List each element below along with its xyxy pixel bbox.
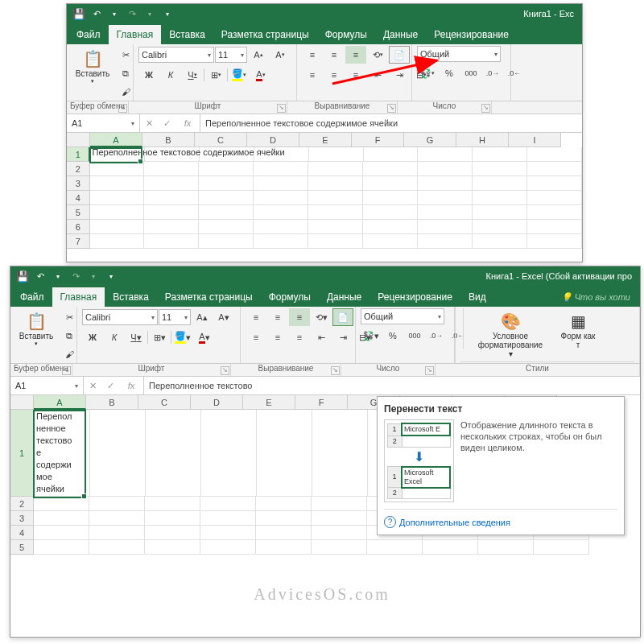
align-bottom-icon[interactable]: ≡ [345, 46, 366, 64]
cell[interactable] [363, 162, 418, 176]
cell[interactable] [363, 220, 418, 234]
undo-icon[interactable]: ↶ [89, 6, 104, 21]
cell[interactable] [312, 497, 367, 511]
cell[interactable] [257, 410, 312, 497]
italic-button[interactable]: К [104, 328, 125, 346]
cell[interactable] [473, 234, 527, 249]
row-header[interactable]: 1 [10, 410, 35, 497]
increase-decimal-icon[interactable]: .0→ [426, 327, 447, 345]
cell[interactable] [312, 410, 368, 497]
italic-button[interactable]: К [160, 66, 181, 84]
save-icon[interactable]: 💾 [15, 269, 30, 283]
cell[interactable] [254, 162, 308, 176]
cell[interactable] [418, 220, 473, 234]
tab-insert[interactable]: Вставка [105, 287, 157, 307]
format-as-table-button[interactable]: ▦Форм как т [555, 308, 601, 352]
currency-icon[interactable]: 💱▾ [361, 327, 382, 345]
cell[interactable] [199, 205, 254, 220]
cell[interactable] [144, 176, 199, 191]
cell[interactable] [34, 497, 89, 511]
col-header[interactable]: B [142, 133, 195, 147]
decrease-font-icon[interactable]: A▾ [270, 46, 291, 64]
cancel-icon[interactable]: ✕ [84, 381, 101, 391]
tab-view[interactable]: Вид [460, 287, 494, 307]
cell[interactable] [478, 540, 534, 555]
cell[interactable] [367, 540, 423, 555]
bold-button[interactable]: Ж [138, 66, 159, 84]
cell[interactable] [145, 497, 200, 511]
font-color-button[interactable]: A▾ [250, 66, 271, 84]
cell[interactable] [527, 191, 582, 205]
col-header[interactable]: A [34, 395, 86, 410]
font-name-dropdown[interactable]: Calibri▾ [138, 47, 214, 63]
col-header[interactable]: E [299, 133, 352, 147]
cell[interactable] [89, 511, 145, 526]
row-header[interactable]: 2 [10, 497, 34, 511]
row-header[interactable]: 5 [10, 540, 34, 555]
row-header[interactable]: 7 [67, 234, 90, 249]
cell[interactable] [90, 162, 145, 176]
cell[interactable] [308, 220, 363, 234]
cell[interactable] [254, 205, 308, 220]
percent-icon[interactable]: % [439, 64, 460, 82]
align-right-icon[interactable]: ≡ [345, 66, 366, 84]
cell[interactable] [418, 191, 473, 205]
cell[interactable] [364, 147, 419, 162]
cell[interactable] [363, 191, 418, 205]
launcher-icon[interactable]: ↘ [425, 366, 434, 375]
cell[interactable] [144, 205, 199, 220]
name-box[interactable]: A1▾ [67, 114, 140, 132]
cell[interactable] [90, 220, 145, 234]
cell[interactable] [418, 147, 473, 162]
cell[interactable] [145, 540, 200, 555]
launcher-icon[interactable]: ↘ [331, 366, 340, 375]
redo-dropdown-icon[interactable]: ▾ [142, 6, 157, 21]
cell[interactable] [473, 191, 527, 205]
align-center-icon[interactable]: ≡ [267, 328, 288, 346]
cell[interactable] [89, 526, 145, 540]
formula-input[interactable]: Переполненное текстово [144, 377, 640, 394]
align-middle-icon[interactable]: ≡ [324, 46, 345, 64]
tab-insert[interactable]: Вставка [161, 25, 213, 44]
launcher-icon[interactable]: ↘ [118, 104, 127, 113]
cell[interactable] [200, 526, 256, 540]
qat-customize-icon[interactable]: ▾ [160, 6, 175, 21]
redo-dropdown-icon[interactable]: ▾ [86, 269, 101, 283]
col-header[interactable]: G [404, 133, 456, 147]
cell[interactable] [308, 205, 363, 220]
cell[interactable] [423, 540, 478, 555]
cell[interactable] [34, 540, 89, 555]
cell[interactable] [200, 540, 256, 555]
font-color-button[interactable]: A▾ [194, 328, 215, 346]
align-left-icon[interactable]: ≡ [302, 66, 323, 84]
decrease-indent-icon[interactable]: ⇤ [311, 328, 332, 346]
conditional-formatting-button[interactable]: 🎨Условное форматирование▾ [468, 308, 553, 361]
tab-home[interactable]: Главная [52, 287, 105, 307]
cell[interactable] [363, 234, 418, 249]
cell[interactable] [256, 526, 312, 540]
tab-review[interactable]: Рецензирование [426, 25, 517, 44]
tab-data[interactable]: Данные [375, 25, 426, 44]
cell[interactable] [144, 234, 199, 249]
font-name-dropdown[interactable]: Calibri▾ [82, 309, 158, 325]
cell[interactable] [473, 147, 527, 162]
cell[interactable] [527, 220, 582, 234]
cell[interactable] [89, 497, 145, 511]
cell[interactable] [473, 162, 527, 176]
col-header[interactable]: B [86, 395, 138, 410]
decrease-indent-icon[interactable]: ⇤ [367, 66, 388, 84]
tooltip-help-link[interactable]: ?Дополнительные сведения [384, 516, 617, 528]
launcher-icon[interactable]: ↘ [387, 104, 396, 113]
cell[interactable] [199, 220, 254, 234]
number-format-dropdown[interactable]: Общий▾ [417, 46, 501, 62]
formula-input[interactable]: Переполненное текстовое содержимое ячейк… [200, 114, 582, 132]
cell[interactable] [527, 162, 582, 176]
cell[interactable] [254, 191, 308, 205]
align-bottom-icon[interactable]: ≡ [289, 308, 310, 326]
col-header[interactable]: E [243, 395, 295, 410]
redo-icon[interactable]: ↷ [125, 6, 139, 21]
row-header[interactable]: 1 [67, 147, 90, 162]
cell[interactable] [254, 220, 308, 234]
comma-icon[interactable]: 000 [404, 327, 425, 345]
font-size-dropdown[interactable]: 11▾ [215, 47, 247, 63]
